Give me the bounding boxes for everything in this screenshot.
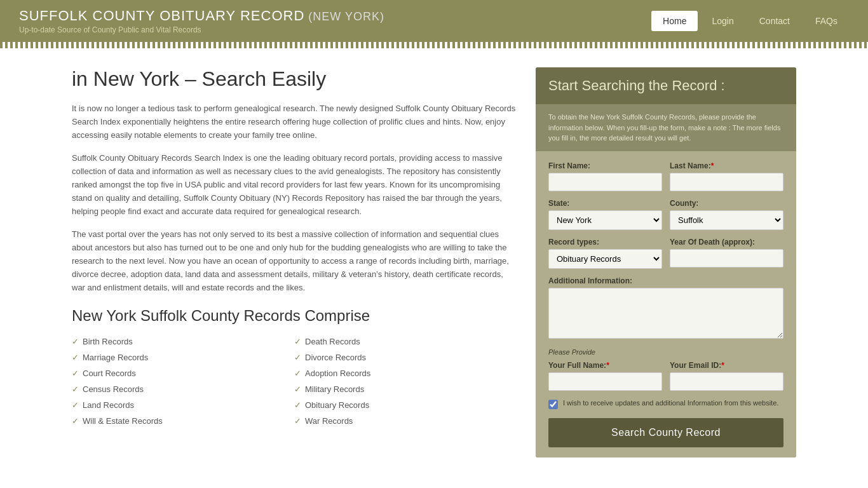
nav-faqs[interactable]: FAQs: [804, 11, 849, 31]
first-name-group: First Name:: [548, 161, 662, 191]
site-subtitle: Up-to-date Source of County Public and V…: [19, 25, 384, 34]
check-icon: ✓: [72, 353, 79, 362]
additional-info-label: Additional Information:: [548, 276, 783, 285]
state-label: State:: [548, 199, 662, 208]
nav-contact[interactable]: Contact: [748, 11, 801, 31]
full-name-input[interactable]: [548, 372, 662, 391]
list-item: ✓ Marriage Records: [72, 349, 294, 365]
records-col-left: ✓ Birth Records ✓ Marriage Records ✓ Cou…: [72, 334, 294, 429]
check-icon: ✓: [72, 369, 79, 378]
record-types-group: Record types: Obituary Records Birth Rec…: [548, 238, 662, 269]
form-heading: Start Searching the Record :: [536, 67, 796, 104]
intro-paragraph-2: Suffolk County Obituary Records Search I…: [72, 152, 517, 218]
intro-paragraph-3: The vast portal over the years has not o…: [72, 228, 517, 294]
first-name-input[interactable]: [548, 173, 662, 191]
first-name-label: First Name:: [548, 161, 662, 170]
list-item: ✓ Death Records: [294, 334, 517, 349]
list-item: ✓ Obituary Records: [294, 397, 517, 413]
last-name-input[interactable]: [670, 173, 783, 191]
main-content: in New York – Search Easily It is now no…: [53, 48, 815, 477]
form-description: To obtain the New York Suffolk County Re…: [536, 104, 796, 151]
nav-home[interactable]: Home: [651, 11, 698, 31]
contact-row: Your Full Name:* Your Email ID:*: [548, 361, 783, 391]
check-icon: ✓: [72, 400, 79, 410]
intro-paragraph-1: It is now no longer a tedious task to pe…: [72, 102, 517, 142]
check-icon: ✓: [294, 416, 301, 426]
page-header: SUFFOLK COUNTY OBITUARY RECORD (NEW YORK…: [0, 0, 868, 42]
required-marker: *: [606, 361, 609, 370]
main-nav: Home Login Contact FAQs: [651, 11, 849, 31]
right-column: Start Searching the Record : To obtain t…: [536, 67, 796, 458]
record-types-label: Record types:: [548, 238, 662, 247]
additional-info-textarea[interactable]: [548, 288, 783, 339]
email-group: Your Email ID:*: [670, 361, 783, 391]
county-select[interactable]: Suffolk Nassau Queens Kings: [670, 210, 783, 230]
search-form-container: Start Searching the Record : To obtain t…: [536, 67, 796, 458]
email-label: Your Email ID:*: [670, 361, 783, 370]
last-name-label: Last Name:*: [670, 161, 783, 170]
year-of-death-group: Year Of Death (approx):: [670, 238, 783, 269]
check-icon: ✓: [72, 384, 79, 394]
page-title: in New York – Search Easily: [72, 67, 517, 91]
email-input[interactable]: [670, 372, 783, 391]
list-item: ✓ Land Records: [72, 397, 294, 413]
dotted-separator: [0, 42, 868, 48]
nav-login[interactable]: Login: [700, 11, 745, 31]
list-item: ✓ Census Records: [72, 381, 294, 397]
required-marker: *: [721, 361, 724, 370]
year-of-death-label: Year Of Death (approx):: [670, 238, 783, 247]
please-provide-label: Please Provide: [548, 348, 783, 356]
check-icon: ✓: [294, 337, 301, 346]
check-icon: ✓: [294, 400, 301, 410]
newsletter-checkbox-label: I wish to receive updates and additional…: [563, 398, 778, 408]
county-label: County:: [670, 199, 783, 208]
check-icon: ✓: [72, 416, 79, 426]
check-icon: ✓: [294, 384, 301, 394]
check-icon: ✓: [294, 353, 301, 362]
full-name-group: Your Full Name:*: [548, 361, 662, 391]
state-group: State: New York California Texas Florida: [548, 199, 662, 230]
records-col-right: ✓ Death Records ✓ Divorce Records ✓ Adop…: [294, 334, 517, 429]
list-item: ✓ Military Records: [294, 381, 517, 397]
records-list: ✓ Birth Records ✓ Marriage Records ✓ Cou…: [72, 334, 517, 429]
list-item: ✓ War Records: [294, 413, 517, 429]
state-county-row: State: New York California Texas Florida…: [548, 199, 783, 230]
record-type-year-row: Record types: Obituary Records Birth Rec…: [548, 238, 783, 269]
last-name-group: Last Name:*: [670, 161, 783, 191]
year-of-death-input[interactable]: [670, 249, 783, 268]
check-icon: ✓: [72, 337, 79, 346]
state-select[interactable]: New York California Texas Florida: [548, 210, 662, 230]
list-item: ✓ Will & Estate Records: [72, 413, 294, 429]
records-section-heading: New York Suffolk County Records Comprise: [72, 307, 517, 325]
header-branding: SUFFOLK COUNTY OBITUARY RECORD (NEW YORK…: [19, 8, 384, 34]
search-county-record-button[interactable]: Search County Record: [548, 418, 783, 447]
list-item: ✓ Divorce Records: [294, 349, 517, 365]
newsletter-checkbox-row: I wish to receive updates and additional…: [548, 398, 783, 409]
list-item: ✓ Adoption Records: [294, 365, 517, 381]
check-icon: ✓: [294, 369, 301, 378]
county-group: County: Suffolk Nassau Queens Kings: [670, 199, 783, 230]
list-item: ✓ Court Records: [72, 365, 294, 381]
newsletter-checkbox[interactable]: [548, 400, 558, 409]
form-body: First Name: Last Name:* State: N: [536, 151, 796, 458]
name-row: First Name: Last Name:*: [548, 161, 783, 191]
record-types-select[interactable]: Obituary Records Birth Records Death Rec…: [548, 249, 662, 269]
site-title: SUFFOLK COUNTY OBITUARY RECORD (NEW YORK…: [19, 8, 384, 24]
full-name-label: Your Full Name:*: [548, 361, 662, 370]
left-column: in New York – Search Easily It is now no…: [72, 67, 517, 458]
list-item: ✓ Birth Records: [72, 334, 294, 349]
additional-info-group: Additional Information:: [548, 276, 783, 341]
required-marker: *: [711, 161, 714, 170]
